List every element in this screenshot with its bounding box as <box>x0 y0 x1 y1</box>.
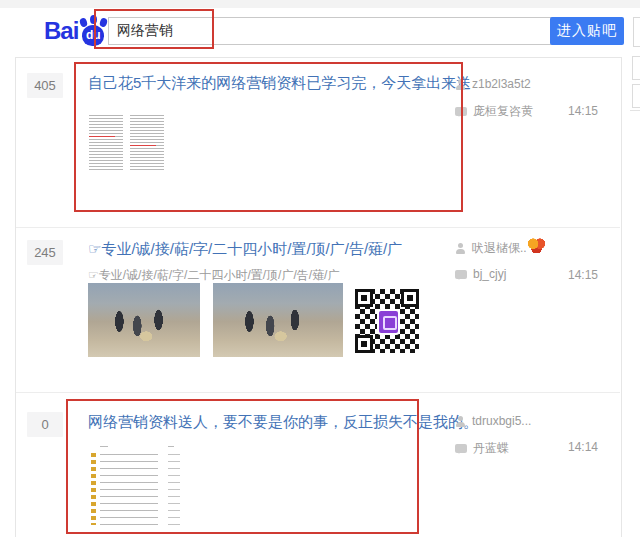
post-divider <box>16 227 620 228</box>
post-title-link[interactable]: 网络营销资料送人，要不要是你的事，反正损失不是我的。 <box>88 413 478 432</box>
person-icon <box>455 416 466 427</box>
qr-finder-marker <box>401 289 419 307</box>
reply-count-badge: 245 <box>27 240 63 265</box>
author-emoji-badge-icon <box>528 238 545 253</box>
cutoff-secondary-button[interactable] <box>633 17 640 47</box>
top-strip <box>0 0 640 8</box>
post-photo-market-2[interactable] <box>213 283 343 357</box>
post-excerpt[interactable]: ☞专业/诚/接/萜/字/二十四小时/置/顶/广/告/薙/广 <box>88 267 339 284</box>
author-name[interactable]: tdruxbgi5... <box>472 414 531 428</box>
person-icon <box>455 243 466 254</box>
post-divider <box>16 392 620 393</box>
speech-bubble-icon <box>455 444 467 453</box>
post-author-row[interactable]: tdruxbgi5... <box>455 414 531 428</box>
post-thumbnail-file-list[interactable] <box>88 443 238 529</box>
search-input[interactable] <box>108 17 563 45</box>
reply-count-badge: 405 <box>27 73 63 98</box>
author-name[interactable]: z1b2l3a5t2 <box>472 77 531 91</box>
logo-text-bai: Bai <box>44 17 78 45</box>
side-widget-button-1[interactable] <box>632 56 640 80</box>
qr-code-image[interactable] <box>355 289 419 353</box>
person-icon <box>455 79 466 90</box>
speech-bubble-icon <box>455 107 467 116</box>
enter-tieba-button[interactable]: 进入贴吧 <box>550 17 624 45</box>
speech-bubble-icon <box>455 270 467 279</box>
side-widget-divider <box>630 110 640 111</box>
post-last-reply-row[interactable]: 丹蓝蝶 <box>455 440 509 457</box>
side-widget-button-2[interactable] <box>632 84 640 108</box>
last-reply-time: 14:14 <box>553 440 598 454</box>
post-last-reply-row[interactable]: bj_cjyj <box>455 267 506 281</box>
post-title-link[interactable]: 自己花5千大洋来的网络营销资料已学习完，今天拿出来送 <box>88 74 471 93</box>
last-reply-time: 14:15 <box>553 268 598 282</box>
post-photo-market-1[interactable] <box>88 283 200 357</box>
file-sizes-column <box>168 454 180 526</box>
qr-finder-marker <box>355 289 373 307</box>
qr-finder-marker <box>355 335 373 353</box>
last-reply-time: 14:15 <box>553 104 598 118</box>
last-reply-user[interactable]: 丹蓝蝶 <box>473 440 509 457</box>
file-names-column <box>100 454 158 526</box>
post-title-link[interactable]: ☞专业/诚/接/萜/字/二十四小时/置/顶/广/告/薙/广 <box>88 240 402 259</box>
logo-text-du: du <box>79 28 107 42</box>
last-reply-user[interactable]: bj_cjyj <box>473 267 506 281</box>
post-author-row[interactable]: 吠退槠倮.. <box>455 240 527 257</box>
baidu-paw-icon: du <box>79 15 109 47</box>
folder-icons-column <box>91 453 96 525</box>
last-reply-user[interactable]: 庞桓复咨黄 <box>473 103 533 120</box>
reply-count-badge: 0 <box>27 412 63 437</box>
author-name[interactable]: 吠退槠倮.. <box>472 240 527 257</box>
post-last-reply-row[interactable]: 庞桓复咨黄 <box>455 103 533 120</box>
qr-center-app-icon <box>377 309 400 335</box>
post-thumbnail-file-list[interactable] <box>88 112 168 180</box>
post-author-row[interactable]: z1b2l3a5t2 <box>455 77 531 91</box>
